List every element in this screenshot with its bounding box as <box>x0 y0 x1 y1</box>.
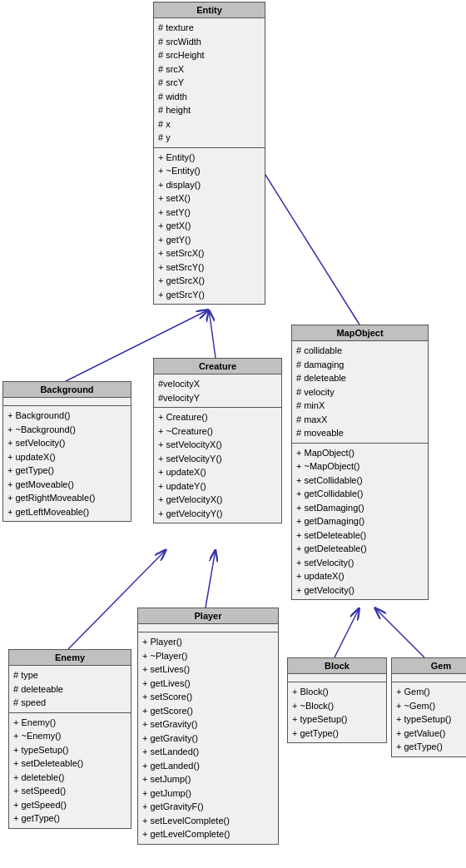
enemy-class: Enemy # type # deleteable # speed + Enem… <box>8 649 131 829</box>
field-item: # speed <box>13 696 126 710</box>
method-item: + getScore() <box>142 704 274 718</box>
method-item: + getRightMoveable() <box>7 491 126 505</box>
method-item: + setSrcX() <box>158 246 260 260</box>
method-item: + getType() <box>7 464 126 478</box>
player-title: Player <box>138 608 278 624</box>
method-item: + ~Background() <box>7 423 126 437</box>
method-item: + getVelocityX() <box>158 493 277 507</box>
field-item: # minX <box>296 399 424 413</box>
field-item: # deleteable <box>296 371 424 385</box>
entity-methods: + Entity() + ~Entity() + display() + set… <box>154 148 265 305</box>
method-item: + getType() <box>396 740 466 754</box>
background-empty <box>3 398 131 406</box>
method-item: + updateX() <box>296 569 424 583</box>
creature-class: Creature #velocityX #velocityY + Creatur… <box>153 358 282 523</box>
method-item: + setVelocity() <box>7 436 126 450</box>
entity-fields: # texture # srcWidth # srcHeight # srcX … <box>154 18 265 148</box>
method-item: + Creature() <box>158 410 277 424</box>
player-methods: + Player() + ~Player() + setLives() + ge… <box>138 632 278 844</box>
method-item: + getSpeed() <box>13 798 126 812</box>
player-empty <box>138 624 278 632</box>
entity-title: Entity <box>154 2 265 18</box>
method-item: + setVelocity() <box>296 556 424 570</box>
field-item: # x <box>158 117 260 131</box>
method-item: + getJump() <box>142 786 274 801</box>
svg-line-3 <box>206 549 216 608</box>
method-item: + updateY() <box>158 479 277 494</box>
method-item: + Gem() <box>396 685 466 699</box>
method-item: + ~Creature() <box>158 424 277 439</box>
block-empty <box>288 674 386 682</box>
method-item: + getGravity() <box>142 732 274 746</box>
method-item: + typeSetup() <box>292 712 382 727</box>
method-item: + MapObject() <box>296 446 424 460</box>
method-item: + ~Enemy() <box>13 729 126 743</box>
method-item: + getDamaging() <box>296 514 424 528</box>
method-item: + updateX() <box>7 450 126 464</box>
creature-fields: #velocityX #velocityY <box>154 374 281 408</box>
method-item: + getMoveable() <box>7 478 126 492</box>
method-item: + Player() <box>142 635 274 649</box>
method-item: + ~Entity() <box>158 164 260 178</box>
method-item: + setLives() <box>142 662 274 677</box>
method-item: + deleteble() <box>13 771 126 785</box>
method-item: + getSrcY() <box>158 288 260 302</box>
svg-line-5 <box>335 608 359 657</box>
method-item: + getType() <box>292 727 382 741</box>
method-item: + getLives() <box>142 677 274 691</box>
method-item: + setSpeed() <box>13 784 126 798</box>
mapobject-methods: + MapObject() + ~MapObject() + setCollid… <box>292 444 428 600</box>
svg-line-1 <box>209 310 216 358</box>
field-item: # velocity <box>296 385 424 399</box>
creature-title: Creature <box>154 359 281 374</box>
method-item: + setCollidable() <box>296 474 424 488</box>
mapobject-title: MapObject <box>292 325 428 341</box>
player-class: Player + Player() + ~Player() + setLives… <box>137 608 279 845</box>
method-item: + updateX() <box>158 465 277 479</box>
field-item: # width <box>158 90 260 104</box>
method-item: + setDeleteable() <box>13 756 126 771</box>
method-item: + setVelocityY() <box>158 452 277 466</box>
field-item: # texture <box>158 21 260 35</box>
field-item: #velocityY <box>158 391 277 405</box>
method-item: + setX() <box>158 191 260 206</box>
background-title: Background <box>3 382 131 398</box>
mapobject-fields: # collidable # damaging # deleteable # v… <box>292 341 428 444</box>
background-class: Background + Background() + ~Background(… <box>2 381 131 522</box>
mapobject-class: MapObject # collidable # damaging # dele… <box>291 325 429 600</box>
field-item: # deleteable <box>13 682 126 697</box>
method-item: + ~Player() <box>142 649 274 663</box>
method-item: + setSrcY() <box>158 260 260 275</box>
field-item: # height <box>158 103 260 117</box>
field-item: # damaging <box>296 358 424 372</box>
method-item: + ~MapObject() <box>296 459 424 474</box>
method-item: + typeSetup() <box>396 712 466 727</box>
method-item: + ~Gem() <box>396 699 466 713</box>
method-item: + setScore() <box>142 690 274 704</box>
diagram-container: Entity # texture # srcWidth # srcHeight … <box>0 0 466 868</box>
background-methods: + Background() + ~Background() + setVelo… <box>3 406 131 521</box>
enemy-methods: + Enemy() + ~Enemy() + typeSetup() + set… <box>9 713 131 828</box>
block-class: Block + Block() + ~Block() + typeSetup()… <box>287 657 387 743</box>
svg-line-6 <box>374 608 424 657</box>
field-item: # maxX <box>296 413 424 427</box>
method-item: + display() <box>158 178 260 192</box>
method-item: + getVelocity() <box>296 583 424 598</box>
method-item: + setDeleteable() <box>296 528 424 543</box>
method-item: + getVelocityY() <box>158 507 277 521</box>
method-item: + Enemy() <box>13 716 126 730</box>
method-item: + Entity() <box>158 151 260 165</box>
block-title: Block <box>288 658 386 674</box>
field-item: # srcHeight <box>158 48 260 62</box>
method-item: + getX() <box>158 219 260 233</box>
method-item: + setLevelComplete() <box>142 814 274 828</box>
method-item: + Background() <box>7 409 126 423</box>
method-item: + getDeleteable() <box>296 542 424 556</box>
method-item: + setVelocityX() <box>158 438 277 452</box>
method-item: + setGravity() <box>142 717 274 732</box>
method-item: + typeSetup() <box>13 743 126 757</box>
method-item: + getType() <box>13 811 126 826</box>
gem-title: Gem <box>392 658 466 674</box>
method-item: + Block() <box>292 685 382 699</box>
method-item: + getGravityF() <box>142 800 274 814</box>
